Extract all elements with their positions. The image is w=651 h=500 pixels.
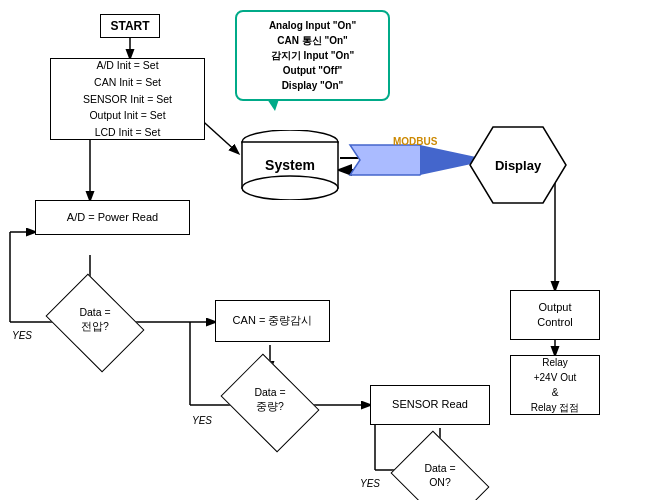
data-on-text: Data =ON? <box>424 462 455 489</box>
init-text: A/D Init = SetCAN Init = SetSENSOR Init … <box>83 57 172 141</box>
ad-power-box: A/D = Power Read <box>35 200 190 235</box>
ad-power-label: A/D = Power Read <box>67 210 158 225</box>
start-box: START <box>100 14 160 38</box>
system-label: System <box>265 157 315 173</box>
display-hexagon: Display <box>468 125 568 205</box>
data-voltage-diamond-wrapper: Data =전압? <box>55 288 135 358</box>
yes1-label: YES <box>12 330 32 341</box>
start-label: START <box>110 18 149 35</box>
output-control-label: OutputControl <box>537 300 572 331</box>
callout-line2: CAN 통신 "On" <box>247 33 378 48</box>
display-label: Display <box>495 158 541 173</box>
data-voltage-text: Data =전압? <box>79 306 110 333</box>
callout-line1: Analog Input "On" <box>247 18 378 33</box>
can-label: CAN = 중량감시 <box>233 313 313 328</box>
yes3-label: YES <box>360 478 380 489</box>
relay-box: Relay+24V Out&Relay 접점 <box>510 355 600 415</box>
svg-point-24 <box>242 176 338 200</box>
sensor-read-label: SENSOR Read <box>392 397 468 412</box>
callout-line5: Display "On" <box>247 78 378 93</box>
svg-marker-20 <box>350 145 430 175</box>
relay-label: Relay+24V Out&Relay 접점 <box>531 355 579 415</box>
yes2-label: YES <box>192 415 212 426</box>
callout-line3: 감지기 Input "On" <box>247 48 378 63</box>
init-box: A/D Init = SetCAN Init = SetSENSOR Init … <box>50 58 205 140</box>
system-cylinder: System <box>240 130 340 200</box>
output-control-box: OutputControl <box>510 290 600 340</box>
callout-line4: Output "Off" <box>247 63 378 78</box>
callout-bubble: Analog Input "On" CAN 통신 "On" 감지기 Input … <box>235 10 390 101</box>
flowchart-canvas: START A/D Init = SetCAN Init = SetSENSOR… <box>0 0 651 500</box>
data-weight-diamond-wrapper: Data =중량? <box>230 368 310 438</box>
data-on-diamond-wrapper: Data =ON? <box>400 450 480 500</box>
can-box: CAN = 중량감시 <box>215 300 330 342</box>
modbus-label: MODBUS <box>393 136 437 147</box>
data-weight-text: Data =중량? <box>254 386 285 413</box>
sensor-read-box: SENSOR Read <box>370 385 490 425</box>
